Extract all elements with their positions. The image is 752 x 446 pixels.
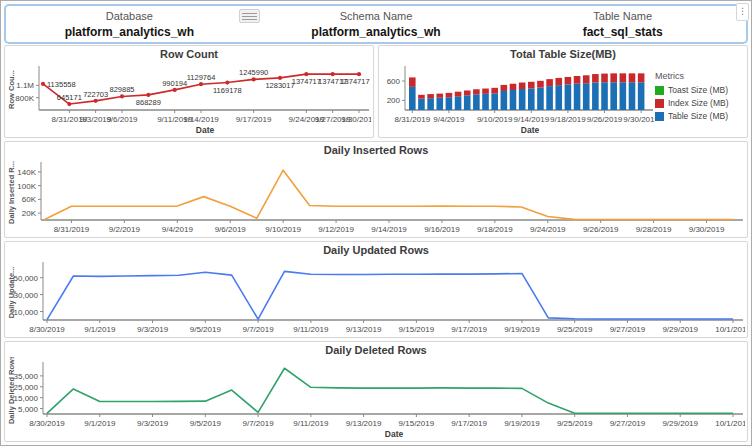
svg-text:9/1/2019: 9/1/2019 [84, 325, 116, 334]
table-size-chart[interactable]: 200600Date8/31/20199/4/20199/10/20199/14… [379, 61, 655, 136]
daily-updated-chart[interactable]: 10,00030,00050,000Daily Update...8/30/20… [5, 257, 745, 336]
svg-text:9/17/2019: 9/17/2019 [451, 325, 487, 334]
svg-text:9/13/2019: 9/13/2019 [346, 325, 382, 334]
svg-text:10,000: 10,000 [14, 308, 39, 317]
table-size-panel: Total Table Size(MB) 200600Date8/31/2019… [378, 45, 748, 138]
svg-text:1283017: 1283017 [265, 81, 294, 90]
legend-item[interactable]: Toast Size (MB) [655, 85, 743, 95]
daily-deleted-panel: Daily Deleted Rows 5,00015,00025,00035,0… [4, 341, 748, 442]
svg-text:600: 600 [387, 77, 401, 86]
svg-text:645171: 645171 [57, 93, 82, 102]
svg-text:1129764: 1129764 [187, 73, 216, 82]
svg-text:9/6/2019: 9/6/2019 [215, 225, 247, 234]
svg-text:9/25/2019: 9/25/2019 [557, 419, 593, 428]
svg-text:9/11/2019: 9/11/2019 [293, 325, 329, 334]
legend-label: Toast Size (MB) [668, 85, 728, 95]
legend-swatch-icon [655, 99, 664, 108]
svg-text:1.1M: 1.1M [16, 81, 34, 90]
svg-text:60K: 60K [22, 195, 37, 204]
svg-text:1169178: 1169178 [213, 86, 242, 95]
svg-text:Date: Date [385, 429, 404, 439]
svg-text:9/18/2019: 9/18/2019 [550, 115, 586, 124]
svg-text:30,000: 30,000 [14, 291, 39, 300]
svg-text:9/7/2019: 9/7/2019 [243, 419, 275, 428]
svg-text:9/17/2019: 9/17/2019 [451, 419, 487, 428]
svg-text:9/11/2019: 9/11/2019 [293, 419, 329, 428]
svg-text:9/25/2019: 9/25/2019 [557, 325, 593, 334]
svg-text:8/31/2019: 8/31/2019 [54, 225, 90, 234]
svg-text:100K: 100K [17, 182, 36, 191]
schema-label: Schema Name [340, 10, 413, 22]
row-count-chart[interactable]: 800K1.1MRow Cou...Date8/31/20199/3/20199… [5, 61, 371, 136]
legend-item[interactable]: Index Size (MB) [655, 98, 743, 108]
svg-text:9/30/2019: 9/30/2019 [341, 115, 371, 124]
svg-text:10/1/2019: 10/1/2019 [715, 325, 745, 334]
hamburger-menu-icon[interactable] [239, 9, 260, 23]
database-label: Database [106, 10, 153, 22]
svg-text:200: 200 [387, 96, 401, 105]
daily-deleted-title: Daily Deleted Rows [5, 342, 747, 357]
svg-text:25,000: 25,000 [14, 383, 39, 392]
daily-updated-title: Daily Updated Rows [5, 242, 747, 257]
legend-swatch-icon [655, 86, 664, 95]
metrics-legend: Metrics Toast Size (MB)Index Size (MB)Ta… [655, 61, 743, 136]
svg-text:9/18/2019: 9/18/2019 [477, 225, 513, 234]
schema-value: platform_analytics_wh [311, 25, 440, 39]
svg-text:35,000: 35,000 [14, 372, 39, 381]
svg-text:9/27/2019: 9/27/2019 [610, 419, 646, 428]
svg-text:9/1/2019: 9/1/2019 [84, 419, 116, 428]
svg-text:9/10/2019: 9/10/2019 [477, 115, 513, 124]
daily-inserted-title: Daily Inserted Rows [5, 142, 747, 157]
daily-updated-panel: Daily Updated Rows 10,00030,00050,000Dai… [4, 241, 748, 338]
svg-text:829885: 829885 [109, 85, 134, 94]
svg-text:9/29/2019: 9/29/2019 [662, 419, 698, 428]
svg-text:Date: Date [196, 125, 215, 135]
daily-inserted-chart[interactable]: 20K60K100K140KDaily Inserted R...8/31/20… [5, 157, 745, 236]
svg-text:8/31/2019: 8/31/2019 [394, 115, 430, 124]
svg-text:9/14/2019: 9/14/2019 [513, 115, 549, 124]
svg-text:Daily Deleted Rows: Daily Deleted Rows [7, 357, 16, 424]
kebab-menu-icon[interactable]: ⋮ [736, 3, 749, 21]
svg-text:Date: Date [521, 125, 540, 135]
svg-text:9/16/2019: 9/16/2019 [424, 225, 460, 234]
row-count-panel: Row Count 800K1.1MRow Cou...Date8/31/201… [4, 45, 374, 138]
svg-text:9/27/2019: 9/27/2019 [610, 325, 646, 334]
svg-text:Row Cou...: Row Cou... [7, 70, 16, 109]
svg-text:9/6/2019: 9/6/2019 [106, 115, 138, 124]
svg-text:9/2/2019: 9/2/2019 [109, 225, 141, 234]
svg-text:9/15/2019: 9/15/2019 [399, 325, 435, 334]
svg-text:10/1/2019: 10/1/2019 [715, 419, 745, 428]
legend-label: Table Size (MB) [668, 111, 728, 121]
legend-title: Metrics [655, 71, 743, 81]
svg-text:990194: 990194 [162, 79, 187, 88]
svg-text:1135558: 1135558 [47, 80, 76, 89]
svg-text:9/4/2019: 9/4/2019 [433, 115, 465, 124]
database-field: Database platform_analytics_wh [6, 6, 253, 42]
svg-text:800K: 800K [15, 94, 34, 103]
daily-inserted-panel: Daily Inserted Rows 20K60K100K140KDaily … [4, 141, 748, 238]
svg-text:1374717: 1374717 [292, 77, 321, 86]
svg-text:868289: 868289 [136, 98, 161, 107]
legend-swatch-icon [655, 112, 664, 121]
legend-item[interactable]: Table Size (MB) [655, 111, 743, 121]
charts-grid: Row Count 800K1.1MRow Cou...Date8/31/201… [4, 45, 748, 442]
svg-text:9/15/2019: 9/15/2019 [399, 419, 435, 428]
table-label: Table Name [593, 10, 652, 22]
database-value: platform_analytics_wh [65, 25, 194, 39]
svg-text:Daily Update...: Daily Update... [7, 267, 16, 319]
svg-text:15,000: 15,000 [14, 394, 39, 403]
svg-text:722703: 722703 [83, 90, 108, 99]
row-count-title: Row Count [5, 46, 373, 61]
table-size-title: Total Table Size(MB) [379, 46, 747, 61]
daily-deleted-chart[interactable]: 5,00015,00025,00035,000Daily Deleted Row… [5, 357, 745, 440]
table-value: fact_sql_stats [583, 25, 663, 39]
svg-text:9/7/2019: 9/7/2019 [243, 325, 275, 334]
svg-text:9/10/2019: 9/10/2019 [265, 225, 301, 234]
svg-text:8/30/2019: 8/30/2019 [29, 325, 65, 334]
svg-text:9/14/2019: 9/14/2019 [183, 115, 219, 124]
svg-text:9/26/2019: 9/26/2019 [583, 225, 619, 234]
svg-text:8/30/2019: 8/30/2019 [29, 419, 65, 428]
svg-text:9/24/2019: 9/24/2019 [530, 225, 566, 234]
svg-text:9/3/2019: 9/3/2019 [137, 325, 169, 334]
legend-label: Index Size (MB) [668, 98, 728, 108]
